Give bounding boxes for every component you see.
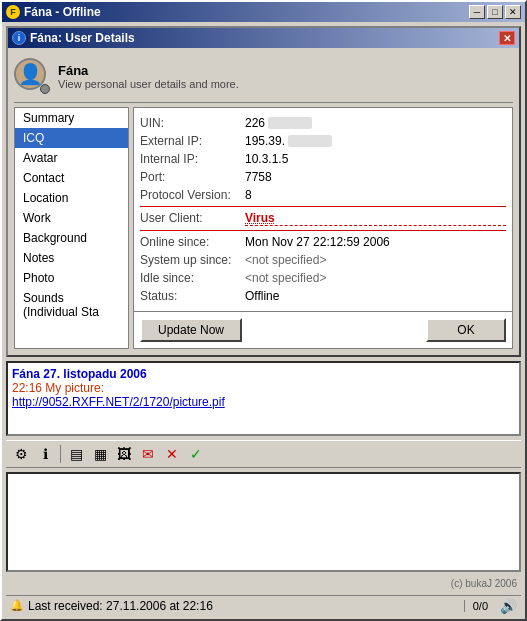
nav-summary[interactable]: Summary <box>15 108 128 128</box>
label-port: Port: <box>140 170 245 184</box>
nav-avatar[interactable]: Avatar <box>15 148 128 168</box>
dialog-title-left: i Fána: User Details <box>12 31 135 45</box>
nav-photo[interactable]: Photo <box>15 268 128 288</box>
detail-status: Status: Offline <box>140 287 506 305</box>
chat-date-text: Fána 27. listopadu 2006 <box>12 367 147 381</box>
nav-notes[interactable]: Notes <box>15 248 128 268</box>
nav-contact[interactable]: Contact <box>15 168 128 188</box>
nav-icq[interactable]: ICQ <box>15 128 128 148</box>
detail-port: Port: 7758 <box>140 168 506 186</box>
value-idle: <not specified> <box>245 271 506 285</box>
copyright-text: (c) bukaJ 2006 <box>6 576 521 591</box>
value-client: Virus <box>245 211 506 226</box>
ok-button[interactable]: OK <box>426 318 506 342</box>
dialog-header: 👤 Fána View personal user details and mo… <box>14 54 513 103</box>
chat-date-line: Fána 27. listopadu 2006 <box>12 367 515 381</box>
sound-icon[interactable]: 🔊 <box>500 598 517 614</box>
nav-background[interactable]: Background <box>15 228 128 248</box>
status-bar-icon: 🔔 <box>10 599 24 612</box>
dialog-title-text: Fána: User Details <box>30 31 135 45</box>
label-internal-ip: Internal IP: <box>140 152 245 166</box>
detail-protocol: Protocol Version: 8 <box>140 186 506 204</box>
dialog-panel: i Fána: User Details ✕ 👤 Fána <box>2 22 525 619</box>
status-bar-count: 0/0 <box>464 600 496 612</box>
chat-time-text: 22:16 My picture: <box>12 381 104 395</box>
label-external-ip: External IP: <box>140 134 245 148</box>
inner-dialog: i Fána: User Details ✕ 👤 Fána <box>6 26 521 357</box>
value-internal-ip: 10.3.1.5 <box>245 152 506 166</box>
value-protocol: 8 <box>245 188 506 202</box>
dialog-close-button[interactable]: ✕ <box>499 31 515 45</box>
details-table: UIN: 226 xxxxxxxx External IP: 195.39. x… <box>134 108 512 311</box>
chat-area: Fána 27. listopadu 2006 22:16 My picture… <box>6 361 521 436</box>
status-bar-text: Last received: 27.11.2006 at 22:16 <box>28 599 460 613</box>
masked-uin: xxxxxxxx <box>268 117 312 129</box>
toolbar-red-button[interactable]: ✉ <box>137 443 159 465</box>
value-online-since: Mon Nov 27 22:12:59 2006 <box>245 235 506 249</box>
details-divider-2 <box>140 230 506 231</box>
toolbar-check-button[interactable]: ✓ <box>185 443 207 465</box>
detail-system-up: System up since: <not specified> <box>140 251 506 269</box>
minimize-button[interactable]: ─ <box>469 5 485 19</box>
detail-idle: Idle since: <not specified> <box>140 269 506 287</box>
outer-window: F Fána - Offline ─ □ ✕ i Fána: User Deta… <box>0 0 527 621</box>
user-name: Fána <box>58 63 239 78</box>
input-area[interactable] <box>6 472 521 572</box>
label-system-up: System up since: <box>140 253 245 267</box>
value-system-up: <not specified> <box>245 253 506 267</box>
outer-title-left: F Fána - Offline <box>6 5 101 19</box>
status-indicator <box>40 84 50 94</box>
chat-time-line: 22:16 My picture: <box>12 381 515 395</box>
avatar-emoji: 👤 <box>18 62 43 86</box>
nav-location[interactable]: Location <box>15 188 128 208</box>
toolbar-settings-button[interactable]: ⚙ <box>10 443 32 465</box>
status-bar: 🔔 Last received: 27.11.2006 at 22:16 0/0… <box>6 595 521 615</box>
outer-title-bar: F Fána - Offline ─ □ ✕ <box>2 2 525 22</box>
toolbar-image-button[interactable]: 🖼 <box>113 443 135 465</box>
nav-sounds[interactable]: Sounds (Individual Sta <box>15 288 128 322</box>
toolbar-separator-1 <box>60 445 61 463</box>
close-button[interactable]: ✕ <box>505 5 521 19</box>
outer-title-text: Fána - Offline <box>24 5 101 19</box>
value-port: 7758 <box>245 170 506 184</box>
outer-title-buttons: ─ □ ✕ <box>469 5 521 19</box>
label-status: Status: <box>140 289 245 303</box>
label-client: User Client: <box>140 211 245 225</box>
chat-link-line: http://9052.RXFF.NET/2/1720/picture.pif <box>12 395 515 409</box>
details-panel: UIN: 226 xxxxxxxx External IP: 195.39. x… <box>133 107 513 349</box>
label-online-since: Online since: <box>140 235 245 249</box>
label-uin: UIN: <box>140 116 245 130</box>
dialog-title-bar: i Fána: User Details ✕ <box>8 28 519 48</box>
chat-link[interactable]: http://9052.RXFF.NET/2/1720/picture.pif <box>12 395 225 409</box>
value-uin: 226 xxxxxxxx <box>245 116 506 130</box>
toolbar-history-button[interactable]: ▤ <box>65 443 87 465</box>
detail-online-since: Online since: Mon Nov 27 22:12:59 2006 <box>140 233 506 251</box>
dialog-content: 👤 Fána View personal user details and mo… <box>8 48 519 355</box>
toolbar-delete-button[interactable]: ✕ <box>161 443 183 465</box>
toolbar-info-button[interactable]: ℹ <box>34 443 56 465</box>
user-info: Fána View personal user details and more… <box>58 63 239 90</box>
sidebar-nav: Summary ICQ Avatar Contact Location Work… <box>14 107 129 349</box>
chat-toolbar: ⚙ ℹ ▤ ▦ 🖼 ✉ ✕ ✓ <box>6 440 521 468</box>
masked-ip: xxxxxxxx <box>288 135 332 147</box>
value-external-ip: 195.39. xxxxxxxx <box>245 134 506 148</box>
detail-uin: UIN: 226 xxxxxxxx <box>140 114 506 132</box>
dialog-info-icon: i <box>12 31 26 45</box>
dialog-buttons: Update Now OK <box>134 311 512 348</box>
toolbar-list-button[interactable]: ▦ <box>89 443 111 465</box>
details-divider <box>140 206 506 207</box>
value-status: Offline <box>245 289 506 303</box>
dialog-body: Summary ICQ Avatar Contact Location Work… <box>14 107 513 349</box>
maximize-button[interactable]: □ <box>487 5 503 19</box>
user-subtitle: View personal user details and more. <box>58 78 239 90</box>
detail-internal-ip: Internal IP: 10.3.1.5 <box>140 150 506 168</box>
detail-client: User Client: Virus <box>140 209 506 228</box>
update-now-button[interactable]: Update Now <box>140 318 242 342</box>
label-protocol: Protocol Version: <box>140 188 245 202</box>
avatar-area: 👤 <box>14 58 50 94</box>
status-bar-last-received: Last received: 27.11.2006 at 22:16 <box>28 599 213 613</box>
app-icon: F <box>6 5 20 19</box>
label-idle: Idle since: <box>140 271 245 285</box>
detail-external-ip: External IP: 195.39. xxxxxxxx <box>140 132 506 150</box>
nav-work[interactable]: Work <box>15 208 128 228</box>
